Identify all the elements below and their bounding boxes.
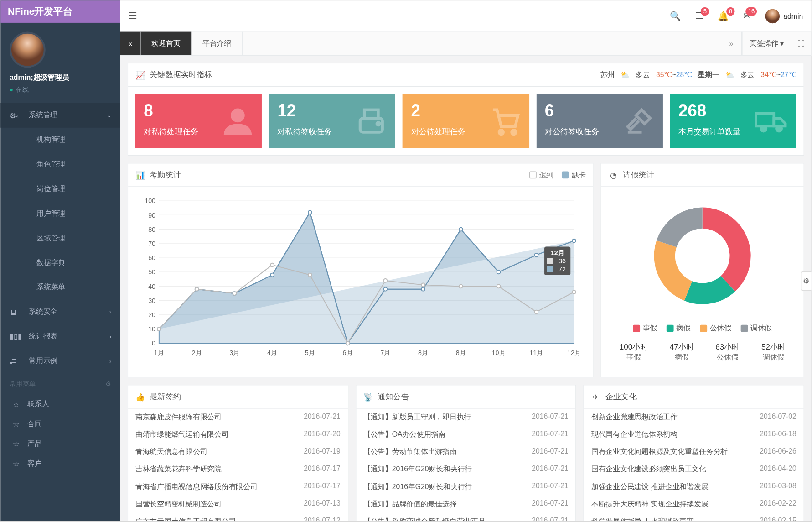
bell-icon[interactable]: 🔔8 xyxy=(718,10,729,21)
list-item[interactable]: 广东友元国土信息工程有限公司2016-07-12 xyxy=(128,513,348,521)
leave-donut xyxy=(646,199,760,313)
svg-text:2月: 2月 xyxy=(192,349,202,356)
list-item[interactable]: 【公告】劳动节集体出游指南2016-07-21 xyxy=(356,444,576,461)
gear-icon[interactable]: ⚙ xyxy=(105,380,111,388)
fav-product[interactable]: ☆产品 xyxy=(0,434,120,454)
list-item[interactable]: 【通知】2016年G20财长和央行行2016-07-21 xyxy=(356,461,576,478)
svg-text:7月: 7月 xyxy=(380,349,390,356)
star-icon: ☆ xyxy=(13,459,19,468)
svg-text:30: 30 xyxy=(148,297,155,304)
sidebar: NFine开发平台 admin;超级管理员 在线 ⚙ₛ 系统管理 ⌄ 机构管理 … xyxy=(0,0,120,521)
tab-home[interactable]: 欢迎首页 xyxy=(141,32,192,55)
tab-intro[interactable]: 平台介绍 xyxy=(191,32,243,55)
fav-customer[interactable]: ☆客户 xyxy=(0,454,120,473)
legend-miss[interactable]: 缺卡 xyxy=(562,170,586,180)
svg-point-4 xyxy=(499,130,503,134)
svg-point-63 xyxy=(459,285,463,288)
nav-menu[interactable]: 系统菜单 xyxy=(0,275,120,300)
nav-stats-report[interactable]: ▮▯▮ 统计报表 › xyxy=(0,324,120,349)
list-item[interactable]: 国营长空精密机械制造公司2016-07-13 xyxy=(128,496,348,513)
avatar[interactable] xyxy=(10,32,46,68)
fav-contract[interactable]: ☆合同 xyxy=(0,414,120,434)
list-item[interactable]: 【通知】品牌价值的最佳选择2016-07-21 xyxy=(356,496,576,513)
nav-user[interactable]: 用户管理 xyxy=(0,201,120,226)
svg-text:6月: 6月 xyxy=(343,349,353,356)
list-item[interactable]: 【公告】采购商城全新升级自营业正品2016-07-21 xyxy=(356,513,576,521)
nav-org[interactable]: 机构管理 xyxy=(0,128,120,152)
svg-point-50 xyxy=(421,287,425,291)
nav-examples[interactable]: 🏷 常用示例 › xyxy=(0,349,120,373)
tab-scroll-right[interactable]: » xyxy=(721,32,742,55)
search-icon[interactable]: 🔍 xyxy=(670,10,681,21)
fav-list: ☆联系人 ☆合同 ☆产品 ☆客户 xyxy=(0,394,120,473)
svg-point-54 xyxy=(572,239,576,243)
svg-point-7 xyxy=(761,126,766,131)
culture-panel: ✈企业文化 创新企业党建思想政治工作2016-07-02现代国有企业道德体系初构… xyxy=(584,385,804,521)
stat-monthly-orders[interactable]: 268 本月交易订单数量 xyxy=(670,94,796,148)
legend-sick[interactable]: 病假 xyxy=(667,323,691,333)
legend-comp[interactable]: 调休假 xyxy=(741,323,772,333)
svg-text:4月: 4月 xyxy=(267,349,277,356)
nav-label: 常用示例 xyxy=(29,356,109,366)
svg-point-60 xyxy=(346,342,350,345)
list-item[interactable]: 【通知】新版员工守则，即日执行2016-07-21 xyxy=(356,409,576,426)
culture-list: 创新企业党建思想政治工作2016-07-02现代国有企业道德体系初构2016-0… xyxy=(584,409,804,521)
nav-dict[interactable]: 数据字典 xyxy=(0,251,120,275)
legend-late[interactable]: 迟到 xyxy=(530,170,554,180)
nav-area[interactable]: 区域管理 xyxy=(0,226,120,251)
notice-panel: 📡通知公告 【通知】新版员工守则，即日执行2016-07-21【公告】OA办公使… xyxy=(356,385,576,521)
stat-public-sign[interactable]: 6 对公待签收任务 xyxy=(536,94,662,148)
list-item[interactable]: 曲靖市绿能燃气运输有限公司2016-07-20 xyxy=(128,426,348,444)
legend-personal[interactable]: 事假 xyxy=(633,323,657,333)
fav-contact[interactable]: ☆联系人 xyxy=(0,394,120,414)
line-chart-icon: 📈 xyxy=(135,70,145,79)
nav-role[interactable]: 角色管理 xyxy=(0,152,120,177)
list-item[interactable]: 青海省广播电视信息网络股份有限公司2016-07-17 xyxy=(128,478,348,496)
thumbs-up-icon: 👍 xyxy=(135,392,145,402)
fullscreen-button[interactable]: ⛶ xyxy=(791,32,812,55)
list-item[interactable]: 【公告】OA办公使用指南2016-07-21 xyxy=(356,426,576,444)
legend-public[interactable]: 公休假 xyxy=(700,323,731,333)
svg-text:12月: 12月 xyxy=(551,249,564,256)
list-item[interactable]: 不断提升大庆精神 实现企业持续发展2016-02-22 xyxy=(584,496,804,513)
mail-icon[interactable]: ✉16 xyxy=(743,10,751,21)
nav-system-security[interactable]: 🖥 系统安全 › xyxy=(0,300,120,324)
topbar-user[interactable]: admin xyxy=(765,9,803,23)
hamburger-icon[interactable]: ☰ xyxy=(129,10,137,21)
svg-point-47 xyxy=(308,210,312,214)
tab-scroll-left[interactable]: « xyxy=(120,32,141,55)
stat-private-pending[interactable]: 8 对私待处理任务 xyxy=(135,94,262,148)
list-item[interactable]: 科学发展作指导 人水和谐路更宽2016-02-15 xyxy=(584,513,804,521)
list-item[interactable]: 【通知】2016年G20财长和央行行2016-07-21 xyxy=(356,478,576,496)
tasks-icon[interactable]: ☲5 xyxy=(695,10,703,21)
weather-city: 苏州 xyxy=(600,70,615,80)
star-icon: ☆ xyxy=(13,400,19,408)
settings-drawer-toggle[interactable]: ⚙ xyxy=(801,271,812,291)
list-item[interactable]: 现代国有企业道德体系初构2016-06-18 xyxy=(584,426,804,444)
weather-icon: ⛅ xyxy=(725,71,734,79)
star-icon: ☆ xyxy=(13,439,19,448)
rss-icon: 📡 xyxy=(363,392,373,402)
list-item[interactable]: 创新企业党建思想政治工作2016-07-02 xyxy=(584,409,804,426)
tab-ops[interactable]: 页签操作 ▾ xyxy=(742,32,791,55)
svg-rect-69 xyxy=(547,258,553,264)
attendance-title: 考勤统计 xyxy=(150,170,181,181)
list-item[interactable]: 吉林省蔬菜花卉科学研究院2016-07-17 xyxy=(128,461,348,478)
list-item[interactable]: 国有企业文化建设必须突出员工文化2016-04-20 xyxy=(584,461,804,478)
badge: 5 xyxy=(701,7,709,15)
list-item[interactable]: 加强企业公民建设 推进企业和谐发展2016-03-08 xyxy=(584,478,804,496)
stat-public-pending[interactable]: 2 对公待处理任务 xyxy=(403,94,529,148)
svg-text:60: 60 xyxy=(148,254,155,261)
nav-system-manage[interactable]: ⚙ₛ 系统管理 ⌄ xyxy=(0,103,120,128)
leave-title: 请假统计 xyxy=(623,170,654,181)
list-item[interactable]: 青海航天信息有限公司2016-07-19 xyxy=(128,444,348,461)
stat-private-sign[interactable]: 12 对私待签收任务 xyxy=(269,94,395,148)
list-item[interactable]: 南京森鹿皮件服饰有限公司2016-07-21 xyxy=(128,409,348,426)
chevron-right-icon: › xyxy=(109,308,111,315)
list-item[interactable]: 国有企业文化问题根源及文化重塑任务分析2016-06-26 xyxy=(584,444,804,461)
svg-rect-71 xyxy=(547,266,553,272)
leave-stats: 100小时事假 47小时病假 63小时公休假 52小时调休假 xyxy=(609,333,796,371)
attendance-panel: 📊 考勤统计 迟到 缺卡 01020304050607080901001月2月3… xyxy=(128,163,594,377)
svg-text:0: 0 xyxy=(152,340,155,347)
nav-position[interactable]: 岗位管理 xyxy=(0,177,120,201)
